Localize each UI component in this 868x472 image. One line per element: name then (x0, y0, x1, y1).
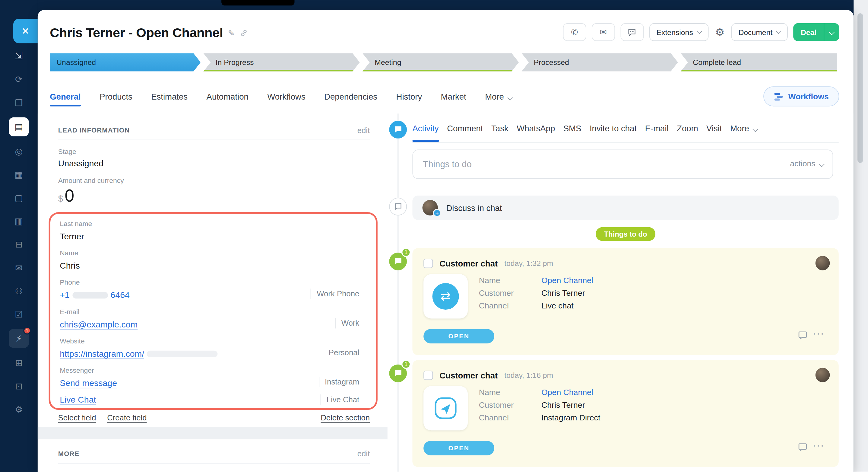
close-button[interactable]: ✕ (13, 19, 38, 43)
note-icon[interactable] (798, 330, 808, 342)
tab-products[interactable]: Products (99, 92, 132, 101)
tab-market[interactable]: Market (441, 92, 466, 101)
open-channel-link[interactable]: Open Channel (541, 276, 593, 285)
document-button[interactable]: Document (732, 23, 788, 41)
field-messenger: Messenger Send message Instagram (60, 366, 359, 389)
tab-history[interactable]: History (396, 92, 422, 101)
field-website: Website https://instagram.com/ Personal (60, 337, 359, 360)
automation-icon[interactable]: ⚡1 (9, 329, 29, 348)
deal-button[interactable]: Deal (794, 23, 839, 41)
chats-icon[interactable]: ❐ (9, 94, 29, 111)
feed-tab-sms[interactable]: SMS (563, 123, 582, 132)
settings-button[interactable]: ⚙ (714, 26, 726, 38)
email-button[interactable]: ✉ (592, 23, 615, 41)
feed-tab-comment[interactable]: Comment (447, 123, 483, 132)
edit-section-link[interactable]: edit (358, 449, 370, 458)
tab-workflows[interactable]: Workflows (267, 92, 305, 101)
mail-icon[interactable]: ✉ (9, 259, 29, 276)
card-details: Name Open Channel Customer Chris Terner … (479, 276, 593, 310)
tab-more[interactable]: More (485, 92, 512, 101)
feed-tab-email[interactable]: E-mail (645, 123, 669, 132)
lead-header: Chris Terner - Open Channel ✎ (50, 25, 248, 40)
edit-section-link[interactable]: edit (358, 125, 370, 134)
feed-tab-invite-to-chat[interactable]: Invite to chat (590, 123, 637, 132)
chevron-down-icon (819, 161, 825, 167)
send-message-link[interactable]: Send message (60, 377, 359, 389)
scrollbar-thumb[interactable] (858, 13, 863, 163)
tab-general[interactable]: General (50, 92, 81, 101)
instagram-direct-channel-icon (433, 396, 458, 421)
stage-meeting[interactable]: Meeting (363, 53, 519, 71)
task-checkbox[interactable] (424, 370, 433, 380)
ellipsis-menu[interactable]: ⋯ (809, 326, 829, 341)
deal-dropdown[interactable] (824, 23, 839, 41)
website-link[interactable]: https://instagram.com/ (60, 347, 359, 360)
feed-tab-whatsapp[interactable]: WhatsApp (517, 123, 555, 132)
avatar: + (422, 200, 438, 215)
tab-estimates[interactable]: Estimates (151, 92, 188, 101)
call-button[interactable]: ✆ (563, 23, 586, 41)
open-channel-link[interactable]: Open Channel (541, 388, 600, 396)
stage-in-progress[interactable]: In Progress (203, 53, 360, 71)
more-section-header: MORE edit (58, 444, 370, 464)
chat-bot-button[interactable] (620, 23, 644, 41)
delete-section-link[interactable]: Delete section (320, 413, 370, 422)
collapse-icon[interactable]: ⇲ (9, 48, 29, 64)
documents-icon[interactable]: ▢ (9, 189, 29, 206)
ellipsis-menu[interactable]: ⋯ (809, 438, 829, 453)
live-chat-link[interactable]: Live Chat (60, 393, 359, 406)
extensions-button[interactable]: Extensions (649, 23, 709, 41)
field-label: Messenger (60, 366, 359, 375)
customer-chat-card: Customer chat today, 1:16 pm Name Open C… (412, 360, 838, 467)
dashboard-icon[interactable]: ▥ (9, 213, 29, 229)
scrollbar-track[interactable] (854, 0, 868, 472)
note-icon[interactable] (798, 442, 808, 454)
sidebar-nav: ⇲ ⟳ ❐ ▤ ◎ ▦ ▢ ▥ ⊟ ✉ ⚇ ☑ ⚡1 ⊞ ⊡ ⚙ (0, 48, 38, 418)
workflows-button[interactable]: Workflows (763, 86, 839, 106)
top-notch (221, 0, 294, 5)
task-checkbox[interactable] (424, 258, 433, 268)
todo-input[interactable] (413, 150, 832, 178)
activity-feed: 1 1 Activity Comment Task WhatsApp SMS I… (388, 114, 854, 472)
edit-title-icon[interactable]: ✎ (228, 28, 235, 38)
stage-complete-lead[interactable]: Complete lead (681, 53, 837, 71)
settings-icon[interactable]: ⚙ (9, 401, 29, 418)
feed-tab-activity[interactable]: Activity (412, 123, 438, 132)
feed-icon[interactable]: ▤ (9, 117, 29, 136)
tab-dependencies[interactable]: Dependencies (324, 92, 377, 101)
highlighted-fields-box: Last name Terner Name Chris Phone +16464… (49, 212, 378, 410)
email-link[interactable]: chris@example.com (60, 318, 359, 331)
avatar[interactable] (815, 368, 830, 382)
phone-icon: ✆ (571, 27, 578, 37)
sync-icon[interactable]: ⟳ (9, 71, 29, 88)
kv-value: Instagram Direct (541, 413, 600, 422)
stage-processed[interactable]: Processed (522, 53, 678, 71)
actions-dropdown[interactable]: actions (790, 159, 824, 168)
feed-tab-visit[interactable]: Visit (706, 123, 722, 132)
feed-tab-task[interactable]: Task (491, 123, 508, 132)
select-field-link[interactable]: Select field (58, 413, 96, 422)
contacts-icon[interactable]: ⚇ (9, 283, 29, 299)
inbox-icon[interactable]: ⊟ (9, 236, 29, 253)
calendar-icon[interactable]: ▦ (9, 166, 29, 183)
goals-icon[interactable]: ◎ (9, 143, 29, 160)
open-button[interactable]: OPEN (424, 441, 494, 455)
copy-link-icon[interactable] (240, 29, 248, 37)
feed-tab-more[interactable]: More (730, 123, 757, 132)
stage-unassigned[interactable]: Unassigned (50, 53, 200, 71)
open-button[interactable]: OPEN (424, 329, 494, 344)
kv-label: Channel (479, 301, 541, 310)
store-icon[interactable]: ⊡ (9, 378, 29, 394)
sidebar: ✕ ⇲ ⟳ ❐ ▤ ◎ ▦ ▢ ▥ ⊟ ✉ ⚇ ☑ ⚡1 ⊞ ⊡ ⚙ (0, 0, 38, 472)
tab-automation[interactable]: Automation (207, 92, 249, 101)
feed-tab-zoom[interactable]: Zoom (677, 123, 698, 132)
tasks-icon[interactable]: ☑ (9, 306, 29, 322)
create-field-link[interactable]: Create field (107, 413, 147, 422)
redacted-text (72, 292, 108, 298)
discuss-in-chat-row[interactable]: + Discuss in chat (412, 196, 838, 220)
products-icon[interactable]: ⊞ (9, 355, 29, 371)
avatar[interactable] (815, 256, 830, 270)
field-value: Terner (60, 230, 359, 243)
lead-window: Chris Terner - Open Channel ✎ ✆ ✉ Extens… (38, 10, 854, 472)
workflows-icon (774, 92, 783, 101)
